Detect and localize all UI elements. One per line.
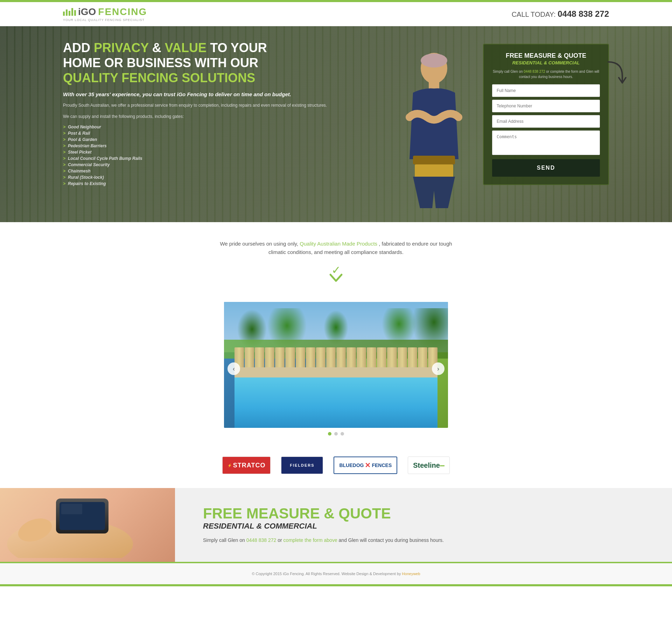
hero-title: ADD PRIVACY & VALUE TO YOUR HOME OR BUSI… <box>63 40 371 86</box>
cta-subtitle: RESIDENTIAL & COMMERCIAL <box>203 522 644 531</box>
comments-textarea[interactable] <box>492 130 600 155</box>
gallery-image <box>224 302 448 428</box>
form-description: Simply call Glen on 0448 838 272 or comp… <box>492 69 600 79</box>
hero-section: ADD PRIVACY & VALUE TO YOUR HOME OR BUSI… <box>0 26 672 222</box>
gallery-dot-2[interactable] <box>334 432 338 436</box>
brand-steeline[interactable]: Steeline <box>408 457 450 474</box>
cta-image <box>0 488 175 562</box>
logo-tagline: YOUR LOCAL QUALITY FENCING SPECIALIST <box>63 18 145 22</box>
gallery-section: ‹ › <box>0 295 672 450</box>
cta-desc-text2: or <box>278 537 283 543</box>
cta-section: FREE MEASURE & QUOTE RESIDENTIAL & COMME… <box>0 488 672 562</box>
phone-number[interactable]: 0448 838 272 <box>558 9 609 19</box>
agency-link[interactable]: Honeyweb <box>402 572 420 576</box>
gallery-dot-3[interactable] <box>341 432 344 436</box>
pool-deck <box>234 367 438 377</box>
fullname-input[interactable] <box>492 84 600 97</box>
cta-desc-text1: Simply call Glen on <box>203 537 246 543</box>
brand-stratco[interactable]: ⚡STRATCO <box>222 457 271 474</box>
logo-top: iGO FENCING <box>63 6 147 17</box>
list-item: Rural (Stock-lock) <box>63 175 371 180</box>
call-label: CALL TODAY: <box>512 10 556 18</box>
footer-copyright: © Copyright 2015 iGo Fencing. All Rights… <box>63 572 609 576</box>
header: iGO FENCING YOUR LOCAL QUALITY FENCING S… <box>0 2 672 26</box>
gallery-container: ‹ › <box>224 302 448 436</box>
svg-rect-3 <box>413 156 455 164</box>
gallery-dot-1[interactable] <box>328 432 331 436</box>
list-item: Pool & Garden <box>63 137 371 142</box>
gallery-prev-button[interactable]: ‹ <box>227 362 240 375</box>
logo-bars-icon <box>63 8 76 16</box>
logo[interactable]: iGO FENCING YOUR LOCAL QUALITY FENCING S… <box>63 6 147 22</box>
cta-desc-text3: and Glen will contact you during busines… <box>339 537 444 543</box>
logo-igo-text: iGO <box>78 6 96 17</box>
hand-phone-icon <box>0 488 175 558</box>
bottom-bar <box>0 584 672 586</box>
hero-list-intro: We can supply and install the following … <box>63 113 371 120</box>
hero-tagline: With over 35 years' experience, you can … <box>63 91 371 97</box>
brands-section: ⚡STRATCO FIELDERS BLUEDOG ✕ FENCES Steel… <box>0 450 672 488</box>
hero-person-image <box>385 40 483 208</box>
gallery-dots <box>224 432 448 436</box>
cta-title: FREE MEASURE & QUOTE <box>203 506 644 522</box>
pool-water <box>234 377 438 428</box>
hero-products-list: Good Neighbour Post & Rail Pool & Garden… <box>63 125 371 186</box>
form-title: FREE MEASURE & QUOTE <box>492 52 600 59</box>
list-item: Post & Rail <box>63 131 371 136</box>
quote-form: FREE MEASURE & QUOTE RESIDENTIAL & COMME… <box>483 44 609 185</box>
quality-link[interactable]: Quality Australian Made Products <box>300 241 377 247</box>
call-today: CALL TODAY: 0448 838 272 <box>512 9 609 19</box>
svg-rect-9 <box>61 504 82 514</box>
list-item: Pedestrian Barriers <box>63 143 371 148</box>
email-input[interactable] <box>492 115 600 128</box>
svg-rect-2 <box>429 82 439 89</box>
hero-desc: Proudly South Australian, we offer a pro… <box>63 102 371 108</box>
hero-text-column: ADD PRIVACY & VALUE TO YOUR HOME OR BUSI… <box>63 40 385 208</box>
form-subtitle: RESIDENTIAL & COMMERCIAL <box>492 60 600 65</box>
footer: © Copyright 2015 iGo Fencing. All Rights… <box>0 562 672 584</box>
send-button[interactable]: SEND <box>492 159 600 177</box>
down-arrow-icon <box>329 273 343 283</box>
list-item: Commercial Security <box>63 162 371 167</box>
list-item: Local Council Cycle Path Bump Rails <box>63 156 371 161</box>
gallery-next-button[interactable]: › <box>432 362 444 375</box>
cta-form-link[interactable]: complete the form above <box>284 537 337 543</box>
telephone-input[interactable] <box>492 100 600 112</box>
cta-phone-link[interactable]: 0448 838 272 <box>246 537 276 543</box>
list-item: Repairs to Existing <box>63 181 371 186</box>
quality-statement: We pride ourselves on using only, Qualit… <box>214 240 458 256</box>
middle-section: We pride ourselves on using only, Qualit… <box>0 222 672 295</box>
brand-fielders[interactable]: FIELDERS <box>281 457 323 474</box>
cta-text-column: FREE MEASURE & QUOTE RESIDENTIAL & COMME… <box>175 488 672 562</box>
arrow-decoration-icon <box>605 58 633 86</box>
person-silhouette-icon <box>396 47 472 208</box>
cta-description: Simply call Glen on 0448 838 272 or comp… <box>203 536 644 544</box>
quality-text-1: We pride ourselves on using only, <box>220 241 298 247</box>
list-item: Chainmesh <box>63 169 371 174</box>
svg-point-1 <box>421 54 447 68</box>
list-item: Good Neighbour <box>63 125 371 129</box>
form-phone-link[interactable]: 0448 838 272 <box>524 70 545 73</box>
list-item: Steel Picket <box>63 150 371 155</box>
logo-fencing-text: FENCING <box>98 6 147 17</box>
brand-bluedog[interactable]: BLUEDOG ✕ FENCES <box>334 457 397 474</box>
hero-content: ADD PRIVACY & VALUE TO YOUR HOME OR BUSI… <box>0 26 672 222</box>
copyright-text: © Copyright 2015 iGo Fencing. All Rights… <box>252 572 402 576</box>
